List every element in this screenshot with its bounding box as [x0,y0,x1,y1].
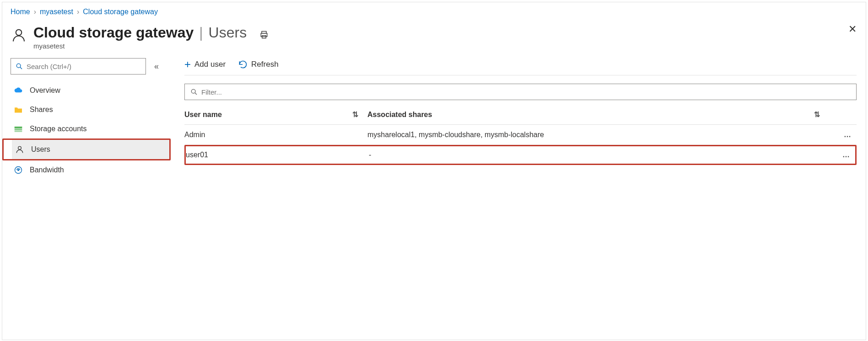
search-icon [190,88,198,96]
user-icon [15,145,25,154]
folder-icon [13,106,23,113]
sort-icon[interactable]: ⇅ [814,110,820,119]
svg-point-12 [191,89,195,93]
chevron-right-icon: › [77,8,79,16]
svg-line-13 [195,93,197,95]
more-icon[interactable]: … [842,151,855,159]
column-header-shares[interactable]: Associated shares [367,111,432,119]
chevron-right-icon: › [34,8,36,16]
sidebar-item-overview[interactable]: Overview [11,81,170,100]
svg-point-4 [16,64,21,68]
toolbar: + Add user Refresh [184,58,857,75]
breadcrumb-resource[interactable]: myasetest [40,8,73,16]
table-header: User name ⇅ Associated shares ⇅ [184,105,857,125]
cell-shares: - [369,151,828,159]
page-section: Users [209,24,247,41]
bandwidth-icon [13,165,23,175]
page-subtitle: myasetest [33,42,269,50]
sidebar-item-label: Bandwidth [30,166,64,174]
refresh-button[interactable]: Refresh [238,60,279,69]
search-icon [16,63,23,70]
cell-shares: mysharelocal1, mysmb-cloudshare, mysmb-l… [367,131,829,139]
refresh-icon [238,60,248,69]
sidebar-item-label: Users [31,145,50,154]
sort-icon[interactable]: ⇅ [352,110,358,119]
sidebar-item-shares[interactable]: Shares [11,100,170,119]
svg-point-11 [18,170,19,171]
page-title: Cloud storage gateway [33,24,194,41]
table-row[interactable]: Admin mysharelocal1, mysmb-cloudshare, m… [184,125,857,145]
cell-username: Admin [184,131,367,139]
svg-point-9 [18,146,22,149]
search-input[interactable] [11,58,146,75]
svg-rect-6 [15,127,22,128]
sidebar-item-users[interactable]: Users [12,140,169,159]
page-header: Cloud storage gateway | Users myasetest … [2,20,866,58]
svg-line-5 [20,67,22,69]
table-row[interactable]: user01 - … [184,145,857,165]
svg-rect-7 [15,128,22,130]
sidebar: « Overview Shares Storage accounts [2,58,171,180]
sidebar-item-storage-accounts[interactable]: Storage accounts [11,119,170,139]
more-icon[interactable]: … [844,131,857,139]
plus-icon: + [184,58,191,71]
user-icon [11,27,27,43]
storage-icon [13,125,23,133]
collapse-sidebar-icon[interactable]: « [154,62,159,71]
svg-rect-8 [15,130,22,132]
cell-username: user01 [186,151,369,159]
sidebar-item-label: Storage accounts [30,125,87,133]
svg-point-0 [16,30,22,36]
sidebar-item-bandwidth[interactable]: Bandwidth [11,160,170,180]
close-icon[interactable]: ✕ [848,23,857,35]
breadcrumb-home[interactable]: Home [11,8,30,16]
sidebar-item-label: Overview [30,86,60,95]
add-user-button[interactable]: + Add user [184,58,226,71]
column-header-username[interactable]: User name [184,111,222,119]
sidebar-item-label: Shares [30,106,53,114]
cloud-icon [13,87,23,94]
print-icon[interactable] [259,30,269,39]
breadcrumb: Home › myasetest › Cloud storage gateway [2,2,866,20]
breadcrumb-section[interactable]: Cloud storage gateway [83,8,158,16]
filter-input[interactable] [184,84,857,100]
main-content: + Add user Refresh [171,58,866,180]
